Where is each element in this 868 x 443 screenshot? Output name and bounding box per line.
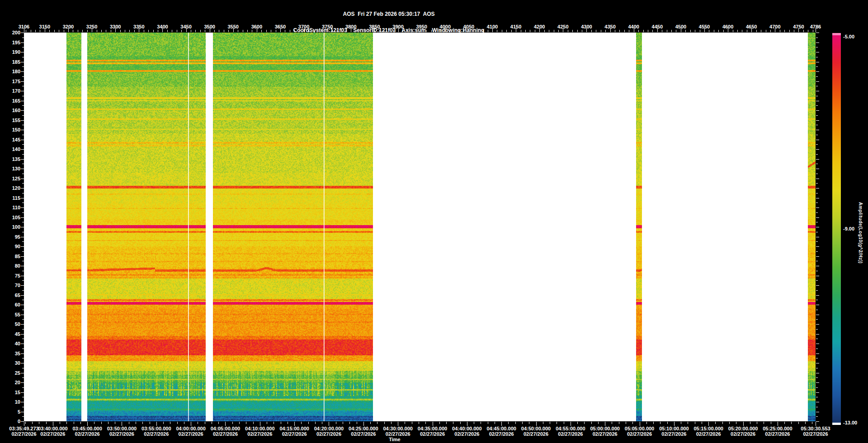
left-axis-minor-tick <box>22 416 24 417</box>
left-axis-major-tick <box>21 382 24 383</box>
bottom-axis-minor-tick <box>460 422 461 424</box>
colorbar-mid-label: -9.00 <box>843 226 854 231</box>
bottom-axis-time-label: 05:10:00.000 <box>655 426 693 431</box>
top-axis-minor-tick <box>417 30 417 32</box>
bottom-axis-minor-tick <box>681 422 681 424</box>
left-axis-tick-label: 35 <box>0 351 20 356</box>
left-axis-tick-label: 140 <box>0 146 20 152</box>
left-axis-major-tick <box>21 227 24 227</box>
colorbar-min-label: -13.00 <box>843 420 857 425</box>
top-axis-minor-tick <box>568 30 568 32</box>
top-axis-minor-tick <box>120 30 121 32</box>
bottom-axis-minor-tick <box>357 422 357 424</box>
bottom-axis-minor-tick <box>60 422 60 424</box>
bottom-axis-date-label: 02/27/2026 <box>655 431 693 437</box>
left-axis-minor-tick <box>22 387 24 388</box>
left-axis-major-tick <box>21 373 24 373</box>
top-axis-minor-tick <box>714 30 714 32</box>
right-axis-major-tick <box>816 315 819 315</box>
top-axis-minor-tick <box>64 30 64 32</box>
top-axis-minor-tick <box>158 30 158 32</box>
top-axis-minor-tick <box>144 30 144 32</box>
bottom-axis-minor-tick <box>591 422 592 424</box>
top-axis-minor-tick <box>101 30 102 32</box>
left-axis-tick-label: 135 <box>0 156 20 162</box>
top-axis-minor-tick <box>134 30 135 32</box>
bottom-axis-minor-tick <box>577 422 578 424</box>
bottom-axis-date-label: 02/27/2026 <box>241 431 279 437</box>
bottom-axis-time-label: 03:45:00.000 <box>68 426 107 431</box>
top-axis-minor-tick <box>638 30 639 32</box>
top-axis-minor-tick <box>252 30 252 32</box>
bottom-axis-minor-tick <box>757 422 757 424</box>
top-axis-minor-tick <box>228 30 229 32</box>
bottom-axis-time-label: 05:25:00.000 <box>758 426 797 431</box>
bottom-axis-date-label: 02/27/2026 <box>796 431 835 437</box>
right-axis-major-tick <box>816 130 819 130</box>
top-axis-minor-tick <box>464 30 464 32</box>
left-axis-minor-tick <box>22 203 24 203</box>
right-axis-minor-tick <box>816 174 818 174</box>
top-axis-minor-tick <box>681 30 681 32</box>
left-axis-tick-label: 5 <box>0 409 20 415</box>
bottom-axis-minor-tick <box>412 422 412 424</box>
right-axis-major-tick <box>816 392 819 393</box>
bottom-axis-minor-tick <box>349 422 350 424</box>
bottom-axis-minor-tick <box>66 422 67 424</box>
top-axis-minor-tick <box>309 30 309 32</box>
bottom-axis-minor-tick <box>419 422 419 424</box>
left-axis-tick-label: 95 <box>0 234 20 240</box>
bottom-axis-time-label: 04:45:00.000 <box>482 426 521 431</box>
bottom-axis-minor-tick <box>550 422 550 424</box>
left-axis-minor-tick <box>22 66 24 67</box>
left-axis-minor-tick <box>22 183 24 184</box>
top-axis-minor-tick <box>389 30 389 32</box>
top-axis-minor-tick <box>313 30 314 32</box>
left-axis-major-tick <box>21 101 24 101</box>
top-axis-minor-tick <box>648 30 648 32</box>
bottom-axis-minor-tick <box>702 422 702 424</box>
bottom-axis-minor-tick <box>150 422 150 424</box>
left-axis-minor-tick <box>22 300 24 300</box>
bottom-axis-date-label: 02/27/2026 <box>517 431 556 437</box>
bottom-axis-date-label: 02/27/2026 <box>33 431 72 437</box>
bottom-axis-minor-tick <box>25 422 26 424</box>
bottom-axis-minor-tick <box>239 422 240 424</box>
top-axis-minor-tick <box>162 30 163 32</box>
left-axis-tick-label: 190 <box>0 49 20 55</box>
right-axis-major-tick <box>816 295 819 296</box>
bottom-axis-minor-tick <box>536 422 537 424</box>
top-axis-minor-tick <box>794 30 794 32</box>
bottom-axis-minor-tick <box>439 422 440 424</box>
top-axis-minor-tick <box>403 30 403 32</box>
top-axis-minor-tick <box>459 30 460 32</box>
top-axis-minor-tick <box>525 30 526 32</box>
bottom-axis-minor-tick <box>136 422 136 424</box>
bottom-axis-minor-tick <box>425 422 426 424</box>
left-axis-minor-tick <box>22 368 24 368</box>
left-axis-minor-tick <box>22 76 24 77</box>
left-axis-tick-label: 120 <box>0 185 20 191</box>
top-axis-minor-tick <box>323 30 323 32</box>
top-axis-minor-tick <box>393 30 394 32</box>
top-axis-minor-tick <box>469 30 469 32</box>
top-axis-minor-tick <box>766 30 766 32</box>
bottom-axis-time-label: 04:20:00.000 <box>309 426 348 431</box>
bottom-axis-minor-tick <box>315 422 316 424</box>
top-axis-minor-tick <box>125 30 125 32</box>
bottom-axis-date-label: 02/27/2026 <box>585 431 624 437</box>
right-axis-major-tick <box>816 373 819 373</box>
left-axis-major-tick <box>21 353 24 354</box>
right-axis-major-tick <box>816 237 819 237</box>
right-axis-minor-tick <box>816 397 818 397</box>
top-axis-minor-tick <box>186 30 187 32</box>
spectrogram-canvas[interactable] <box>24 33 816 421</box>
right-axis-minor-tick <box>816 290 818 291</box>
bottom-axis-minor-tick <box>267 422 267 424</box>
bottom-axis-date-label: 02/27/2026 <box>758 431 797 437</box>
top-axis-minor-tick <box>615 30 615 32</box>
left-axis-tick-label: 30 <box>0 360 20 366</box>
bottom-axis-minor-tick <box>398 422 398 424</box>
top-axis-minor-tick <box>224 30 224 32</box>
bottom-axis-minor-tick <box>529 422 529 424</box>
